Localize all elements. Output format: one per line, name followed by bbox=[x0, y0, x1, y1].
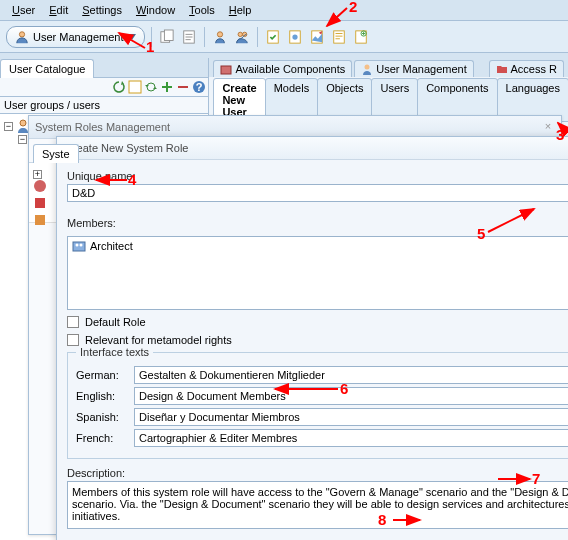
svg-rect-22 bbox=[35, 215, 45, 225]
svg-rect-2 bbox=[164, 30, 173, 41]
tab-user-management[interactable]: User Management bbox=[354, 60, 474, 77]
main-toolbar: User Management bbox=[0, 21, 568, 53]
role-red-icon bbox=[33, 196, 47, 210]
toolbar-user-icon[interactable] bbox=[211, 28, 229, 46]
expand-icon[interactable]: + bbox=[33, 170, 42, 179]
toolbar-icon-1[interactable] bbox=[158, 28, 176, 46]
interface-texts-legend: Interface texts bbox=[76, 346, 153, 358]
unique-name-input[interactable] bbox=[67, 184, 568, 202]
menubar: User Edit Settings Window Tools Help bbox=[0, 0, 568, 21]
menu-user[interactable]: User bbox=[6, 2, 41, 18]
svg-point-5 bbox=[238, 32, 242, 36]
german-label: German: bbox=[76, 369, 126, 381]
checkbox-icon bbox=[67, 334, 79, 346]
relevant-metamodel-checkbox[interactable]: Relevant for metamodel rights bbox=[67, 334, 568, 346]
toolbar-users-icon[interactable] bbox=[233, 28, 251, 46]
spanish-label: Spanish: bbox=[76, 411, 126, 423]
menu-window[interactable]: Window bbox=[130, 2, 181, 18]
menu-help[interactable]: Help bbox=[223, 2, 258, 18]
svg-point-25 bbox=[76, 244, 79, 247]
modal1-tab[interactable]: Syste bbox=[33, 144, 79, 163]
create-system-role-modal: Create New System Role × Unique name: Me… bbox=[56, 136, 568, 540]
panel-heading: User groups / users bbox=[0, 97, 208, 114]
checkbox-icon bbox=[67, 316, 79, 328]
plus-icon[interactable] bbox=[160, 80, 174, 94]
french-label: French: bbox=[76, 432, 126, 444]
folder-icon bbox=[496, 63, 508, 75]
collapse-icon[interactable]: − bbox=[4, 122, 13, 131]
close-icon[interactable]: × bbox=[541, 120, 555, 134]
toolbar-doc2-icon[interactable] bbox=[286, 28, 304, 46]
tab-available-components[interactable]: Available Components bbox=[213, 60, 352, 77]
menu-edit[interactable]: Edit bbox=[43, 2, 74, 18]
svg-point-19 bbox=[365, 65, 370, 70]
left-toolbar: ? bbox=[0, 78, 208, 97]
french-input[interactable] bbox=[134, 429, 568, 447]
english-input[interactable] bbox=[134, 387, 568, 405]
svg-rect-14 bbox=[129, 81, 141, 93]
cube-icon bbox=[220, 63, 232, 75]
description-textarea[interactable] bbox=[67, 481, 568, 529]
svg-rect-21 bbox=[35, 198, 45, 208]
collapse-icon[interactable]: − bbox=[18, 135, 27, 144]
filter-icon[interactable] bbox=[128, 80, 142, 94]
english-label: English: bbox=[76, 390, 126, 402]
tab-user-catalogue[interactable]: User Catalogue bbox=[0, 59, 94, 78]
refresh-icon[interactable] bbox=[112, 80, 126, 94]
member-item[interactable]: Architect bbox=[90, 240, 133, 252]
members-label: Members: bbox=[67, 217, 116, 229]
unique-name-label: Unique name: bbox=[67, 170, 568, 182]
svg-text:?: ? bbox=[196, 81, 203, 93]
menu-tools[interactable]: Tools bbox=[183, 2, 221, 18]
toolbar-doc5-icon[interactable] bbox=[352, 28, 370, 46]
members-list[interactable]: Architect bbox=[67, 236, 568, 310]
spanish-input[interactable] bbox=[134, 408, 568, 426]
role-orange-icon bbox=[33, 213, 47, 227]
svg-point-20 bbox=[34, 180, 46, 192]
tab-access-rights[interactable]: Access R bbox=[489, 60, 564, 77]
svg-point-4 bbox=[217, 31, 222, 36]
group-icon bbox=[72, 239, 86, 253]
separator bbox=[151, 27, 152, 47]
svg-point-9 bbox=[292, 34, 297, 39]
interface-texts-group: Interface texts German: English: Spanish… bbox=[67, 352, 568, 459]
user-management-label: User Management bbox=[33, 31, 124, 43]
toolbar-icon-2[interactable] bbox=[180, 28, 198, 46]
description-label: Description: bbox=[67, 467, 568, 479]
toolbar-doc1-icon[interactable] bbox=[264, 28, 282, 46]
svg-rect-18 bbox=[221, 66, 231, 74]
separator bbox=[257, 27, 258, 47]
german-input[interactable] bbox=[134, 366, 568, 384]
modal1-title: System Roles Management bbox=[35, 121, 170, 133]
sync-icon[interactable] bbox=[144, 80, 158, 94]
toolbar-doc4-icon[interactable] bbox=[330, 28, 348, 46]
user-management-selector[interactable]: User Management bbox=[6, 26, 145, 48]
separator bbox=[204, 27, 205, 47]
svg-point-0 bbox=[19, 31, 24, 36]
toolbar-doc3-icon[interactable] bbox=[308, 28, 326, 46]
svg-point-26 bbox=[80, 244, 83, 247]
modal2-title: Create New System Role bbox=[65, 142, 189, 154]
role-icon bbox=[33, 179, 47, 193]
svg-point-17 bbox=[20, 120, 26, 126]
minus-icon[interactable] bbox=[176, 80, 190, 94]
chevron-down-icon bbox=[128, 34, 136, 40]
user-icon bbox=[15, 30, 29, 44]
person-icon bbox=[361, 63, 373, 75]
default-role-checkbox[interactable]: Default Role bbox=[67, 316, 568, 328]
svg-rect-24 bbox=[73, 242, 85, 251]
menu-settings[interactable]: Settings bbox=[76, 2, 128, 18]
right-top-tabstrip: Available Components User Management Acc… bbox=[209, 58, 568, 77]
help-icon[interactable]: ? bbox=[192, 80, 206, 94]
svg-rect-11 bbox=[333, 30, 344, 42]
left-tabstrip: User Catalogue bbox=[0, 58, 208, 78]
